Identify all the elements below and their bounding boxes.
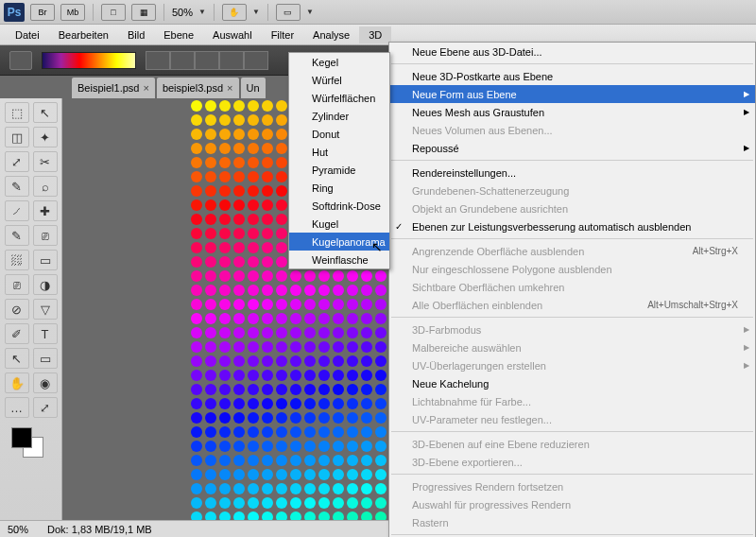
gradient-radial[interactable] <box>170 51 195 70</box>
tool-button[interactable]: ↖ <box>33 102 58 123</box>
tool-button[interactable]: ✦ <box>33 127 58 147</box>
tool-button[interactable]: ✂ <box>33 151 58 172</box>
menu-item[interactable]: Kugel <box>289 215 389 233</box>
menu-ebene[interactable]: Ebene <box>154 26 203 43</box>
menu-item[interactable]: Kegel <box>289 53 389 71</box>
menu-item[interactable]: Ring <box>289 179 389 197</box>
menu-item: Rastern <box>389 513 755 531</box>
gradient-reflected[interactable] <box>219 51 244 70</box>
tool-button[interactable]: ✐ <box>5 323 29 344</box>
bridge-button[interactable]: Br <box>30 4 55 21</box>
tab-label: Beispiel1.psd <box>77 82 139 94</box>
status-zoom[interactable]: 50% <box>8 524 28 535</box>
tool-button[interactable]: ⛆ <box>5 250 29 270</box>
menu-filter[interactable]: Filter <box>262 26 303 43</box>
menu-item-label: Progressives Rendern fortsetzen <box>412 481 563 493</box>
close-icon[interactable]: × <box>143 82 148 94</box>
chevron-right-icon: ▶ <box>744 144 749 152</box>
tool-button[interactable]: ⤢ <box>5 151 29 172</box>
menu-item: Progressives Rendern fortsetzen <box>389 477 755 495</box>
tool-button[interactable]: ▭ <box>33 348 58 369</box>
menu-item[interactable]: Neue Form aus Ebene▶ <box>389 85 755 103</box>
menu-analyse[interactable]: Analyse <box>303 26 359 43</box>
menu-item-label: Kugel <box>312 218 338 230</box>
menu-item-label: Angrenzende Oberfläche ausblenden <box>412 246 584 257</box>
tool-button[interactable]: ▽ <box>33 299 58 320</box>
tool-button[interactable]: ⤢ <box>33 397 58 418</box>
menu-item-label: Rastern <box>412 517 449 528</box>
menu-item[interactable]: Neue Ebene aus 3D-Datei... <box>389 43 755 61</box>
menu-item[interactable]: Hut <box>289 143 389 161</box>
tool-button[interactable]: ⎚ <box>33 225 58 246</box>
menu-item[interactable]: ✓Ebenen zur Leistungsverbesserung automa… <box>389 217 755 235</box>
gradient-linear[interactable] <box>146 51 170 70</box>
menu-item[interactable]: Neue 3D-Postkarte aus Ebene <box>389 67 755 85</box>
zoom-level[interactable]: 50% <box>172 7 193 18</box>
tool-button[interactable]: ↖ <box>5 348 29 369</box>
tool-button[interactable]: ✚ <box>33 200 58 221</box>
tab-unbenannt[interactable]: Un <box>241 78 266 98</box>
menu-item[interactable]: Weinflasche <box>289 251 389 268</box>
chevron-down-icon[interactable]: ▼ <box>252 8 260 16</box>
tool-button[interactable]: ✋ <box>5 372 29 393</box>
chevron-down-icon[interactable]: ▼ <box>306 8 314 16</box>
tool-button[interactable]: ▭ <box>33 250 58 270</box>
menu-item[interactable]: Pyramide <box>289 161 389 179</box>
color-swatches[interactable] <box>4 427 58 459</box>
minibridge-button[interactable]: Mb <box>60 4 85 21</box>
chevron-right-icon: ▶ <box>744 90 749 98</box>
menu-item[interactable]: Neue Kachelung <box>389 374 755 392</box>
menu-item[interactable]: Donut <box>289 125 389 143</box>
tool-button[interactable]: ⎚ <box>5 274 29 295</box>
menu-item-label: 3D-Farbmodus <box>412 324 481 336</box>
tab-beispiel1[interactable]: Beispiel1.psd× <box>72 78 155 98</box>
menu-item-label: Pyramide <box>312 165 355 176</box>
menu-item: Objekt an Grundebene ausrichten <box>389 199 755 217</box>
check-icon: ✓ <box>395 221 403 232</box>
arrange-button[interactable]: ▦ <box>131 4 156 21</box>
menu-item: Sichtbare Oberflächen umkehren <box>389 278 755 296</box>
menu-item[interactable]: Würfel <box>289 71 389 89</box>
menu-datei[interactable]: Datei <box>6 26 49 43</box>
gradient-diamond[interactable] <box>244 51 268 70</box>
close-icon[interactable]: × <box>227 82 232 94</box>
menu-bild[interactable]: Bild <box>118 26 154 43</box>
tool-button[interactable]: ⊘ <box>5 299 29 320</box>
menu-3d[interactable]: 3D <box>359 26 391 43</box>
gradient-preview[interactable] <box>42 52 136 69</box>
tab-label: beispiel3.psd <box>163 82 223 94</box>
tool-button[interactable]: … <box>5 397 29 418</box>
menu-item[interactable]: Softdrink-Dose <box>289 197 389 215</box>
menu-item[interactable]: Würfelflächen <box>289 89 389 107</box>
gradient-angle[interactable] <box>195 51 219 70</box>
menu-item[interactable]: Kugelpanorama <box>289 233 389 251</box>
tool-button[interactable]: ⌕ <box>33 176 58 197</box>
screen-mode-button[interactable]: ▭ <box>276 4 301 21</box>
menu-auswahl[interactable]: Auswahl <box>203 26 262 43</box>
view-extras-button[interactable]: □ <box>101 4 126 21</box>
tool-button[interactable]: T <box>33 323 58 344</box>
current-tool-icon[interactable] <box>9 51 32 70</box>
menu-item-label: Softdrink-Dose <box>312 200 381 212</box>
tool-button[interactable]: ◫ <box>5 127 29 147</box>
menu-item-label: Repoussé <box>412 143 459 154</box>
tool-button[interactable]: ✎ <box>5 176 29 197</box>
menu-item[interactable]: Zylinder <box>289 107 389 125</box>
hand-button[interactable]: ✋ <box>222 4 247 21</box>
tool-button[interactable]: ⟋ <box>5 200 29 221</box>
chevron-down-icon[interactable]: ▼ <box>198 8 206 16</box>
menu-item: 3D-Ebenen auf eine Ebene reduzieren <box>389 435 755 453</box>
fg-swatch[interactable] <box>11 427 32 448</box>
tool-button[interactable]: ◑ <box>33 274 58 295</box>
tool-button[interactable]: ✎ <box>5 225 29 246</box>
tool-button[interactable]: ⬚ <box>5 102 29 123</box>
menu-item[interactable]: Repoussé▶ <box>389 139 755 157</box>
menu-shortcut: Alt+Umschalt+Strg+X <box>647 300 738 310</box>
tab-beispiel3[interactable]: beispiel3.psd× <box>157 78 239 98</box>
menu-item[interactable]: Neues Mesh aus Graustufen▶ <box>389 103 755 121</box>
tool-button[interactable]: ◉ <box>33 372 58 393</box>
menu-item-label: Auswahl für progressives Rendern <box>412 499 571 511</box>
menu-item[interactable]: Rendereinstellungen... <box>389 164 755 182</box>
menu-bearbeiten[interactable]: Bearbeiten <box>49 26 118 43</box>
menu-item-label: Würfel <box>312 75 342 86</box>
